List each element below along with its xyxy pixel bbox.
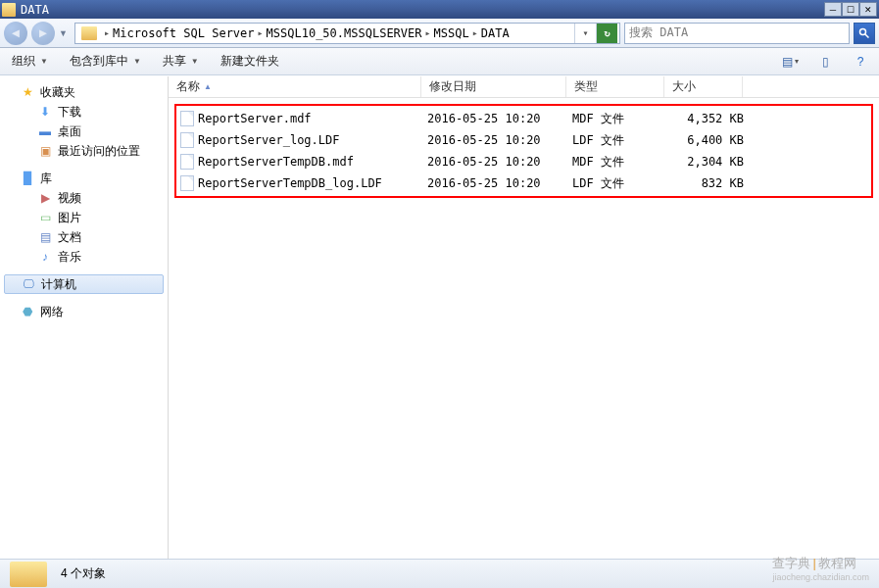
window-title: DATA [21, 3, 49, 17]
search-placeholder: 搜索 DATA [629, 24, 845, 41]
forward-button[interactable]: ► [31, 22, 55, 45]
file-date: 2016-05-25 10:20 [427, 112, 572, 125]
column-header-size[interactable]: 大小 [664, 76, 743, 97]
column-header-type[interactable]: 类型 [566, 76, 664, 97]
file-type: LDF 文件 [572, 175, 670, 192]
minimize-button[interactable]: ─ [824, 2, 842, 17]
search-input[interactable]: 搜索 DATA [624, 23, 850, 44]
recent-icon: ▣ [37, 143, 53, 159]
file-row[interactable]: ReportServerTempDB_log.LDF 2016-05-25 10… [176, 172, 871, 194]
file-name: ReportServerTempDB_log.LDF [198, 176, 382, 190]
tree-videos[interactable]: ▶视频 [0, 188, 168, 208]
tree-music[interactable]: ♪音乐 [0, 247, 168, 267]
file-date: 2016-05-25 10:20 [427, 133, 572, 147]
history-dropdown[interactable]: ▼ [59, 28, 71, 38]
tree-recent[interactable]: ▣最近访问的位置 [0, 141, 168, 161]
document-icon: ▤ [37, 229, 53, 245]
file-type: MDF 文件 [572, 111, 670, 127]
file-list: ReportServer.mdf 2016-05-25 10:20 MDF 文件… [169, 98, 879, 559]
share-button[interactable]: 共享▼ [159, 50, 203, 73]
file-icon [180, 111, 194, 126]
new-folder-button[interactable]: 新建文件夹 [217, 50, 283, 73]
file-area: 名称▲ 修改日期 类型 大小 ReportServer.mdf 2016-05-… [169, 76, 879, 559]
file-name: ReportServer.mdf [198, 112, 312, 125]
file-date: 2016-05-25 10:20 [427, 155, 572, 169]
file-icon [180, 132, 194, 148]
file-size: 4,352 KB [670, 112, 744, 125]
status-text: 4 个对象 [61, 565, 106, 582]
file-type: LDF 文件 [572, 132, 670, 149]
file-name: ReportServerTempDB.mdf [198, 155, 354, 169]
main-area: ★收藏夹 ⬇下载 ▬桌面 ▣最近访问的位置 ▉库 ▶视频 ▭图片 ▤文档 ♪音乐… [0, 75, 879, 559]
search-button[interactable] [854, 23, 875, 44]
window-controls: ─ ☐ ✕ [824, 2, 877, 17]
music-icon: ♪ [37, 249, 53, 265]
file-size: 832 KB [670, 176, 744, 190]
file-icon [180, 154, 194, 170]
maximize-button[interactable]: ☐ [842, 2, 859, 17]
file-type: MDF 文件 [572, 154, 670, 171]
file-row[interactable]: ReportServer.mdf 2016-05-25 10:20 MDF 文件… [176, 108, 871, 129]
download-icon: ⬇ [37, 104, 53, 120]
tree-favorites[interactable]: ★收藏夹 [0, 82, 168, 102]
organize-button[interactable]: 组织▼ [8, 50, 52, 73]
address-bar[interactable]: ▸ Microsoft SQL Server▸ MSSQL10_50.MSSQL… [74, 23, 620, 44]
toolbar: 组织▼ 包含到库中▼ 共享▼ 新建文件夹 ▤ ▾ ▯ ? [0, 48, 879, 75]
breadcrumb-item[interactable]: MSSQL10_50.MSSQLSERVER [267, 26, 422, 40]
preview-pane-button[interactable]: ▯ [814, 51, 836, 73]
close-button[interactable]: ✕ [859, 2, 877, 17]
folder-icon [2, 3, 16, 17]
back-button[interactable]: ◄ [4, 22, 27, 45]
svg-point-0 [860, 28, 866, 34]
tree-computer[interactable]: 🖵计算机 [4, 274, 164, 294]
network-icon: ⬣ [20, 304, 35, 319]
statusbar: 4 个对象 查字典|教程网 jiaocheng.chazidian.com [0, 559, 879, 588]
titlebar: DATA ─ ☐ ✕ [0, 0, 879, 19]
column-header-date[interactable]: 修改日期 [421, 76, 566, 97]
column-headers: 名称▲ 修改日期 类型 大小 [169, 76, 879, 98]
folder-icon [81, 26, 97, 40]
search-icon [858, 27, 870, 39]
library-icon: ▉ [20, 171, 35, 186]
video-icon: ▶ [37, 190, 53, 206]
file-date: 2016-05-25 10:20 [427, 176, 572, 190]
file-row[interactable]: ReportServer_log.LDF 2016-05-25 10:20 LD… [176, 129, 871, 151]
computer-icon: 🖵 [21, 276, 36, 292]
tree-documents[interactable]: ▤文档 [0, 227, 168, 247]
tree-desktop[interactable]: ▬桌面 [0, 122, 168, 141]
tree-downloads[interactable]: ⬇下载 [0, 102, 168, 122]
address-dropdown[interactable]: ▾ [574, 24, 596, 43]
star-icon: ★ [20, 84, 35, 100]
folder-icon [10, 562, 47, 587]
selection-highlight: ReportServer.mdf 2016-05-25 10:20 MDF 文件… [174, 104, 873, 198]
tree-pictures[interactable]: ▭图片 [0, 208, 168, 227]
breadcrumb: Microsoft SQL Server▸ MSSQL10_50.MSSQLSE… [113, 26, 574, 40]
breadcrumb-item[interactable]: Microsoft SQL Server [113, 26, 255, 40]
svg-line-1 [865, 33, 869, 37]
file-icon [180, 175, 194, 191]
help-button[interactable]: ? [850, 51, 871, 73]
file-name: ReportServer_log.LDF [198, 133, 340, 147]
navbar: ◄ ► ▼ ▸ Microsoft SQL Server▸ MSSQL10_50… [0, 19, 879, 48]
column-header-name[interactable]: 名称▲ [169, 76, 421, 97]
picture-icon: ▭ [37, 210, 53, 225]
tree-network[interactable]: ⬣网络 [0, 302, 168, 321]
breadcrumb-item[interactable]: MSSQL [434, 26, 469, 40]
navigation-tree: ★收藏夹 ⬇下载 ▬桌面 ▣最近访问的位置 ▉库 ▶视频 ▭图片 ▤文档 ♪音乐… [0, 76, 169, 559]
breadcrumb-item[interactable]: DATA [481, 26, 510, 40]
include-in-library-button[interactable]: 包含到库中▼ [66, 50, 145, 73]
file-size: 6,400 KB [670, 133, 744, 147]
view-options-button[interactable]: ▤ ▾ [779, 51, 801, 73]
refresh-button[interactable]: ↻ [596, 24, 617, 43]
watermark: 查字典|教程网 jiaocheng.chazidian.com [772, 555, 869, 582]
desktop-icon: ▬ [37, 123, 53, 139]
file-size: 2,304 KB [670, 155, 744, 169]
file-row[interactable]: ReportServerTempDB.mdf 2016-05-25 10:20 … [176, 151, 871, 172]
tree-library[interactable]: ▉库 [0, 169, 168, 188]
